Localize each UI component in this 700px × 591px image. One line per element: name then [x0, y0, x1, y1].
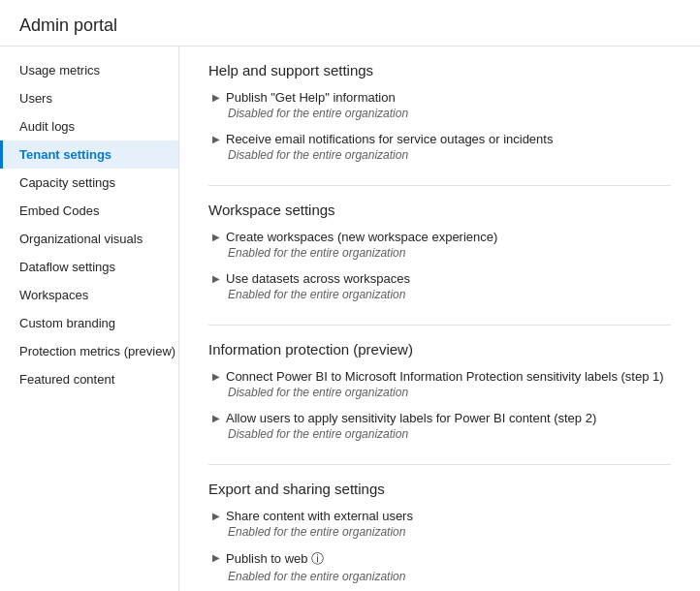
setting-item-share-external: ▶Share content with external usersEnable…: [208, 509, 671, 539]
setting-status-publish-web: Enabled for the entire organization: [228, 570, 671, 583]
section-title-export-sharing: Export and sharing settings: [208, 481, 671, 497]
sidebar: Usage metricsUsersAudit logsTenant setti…: [0, 47, 179, 591]
setting-item-publish-get-help: ▶Publish "Get Help" informationDisabled …: [208, 90, 671, 120]
setting-row-create-workspaces: ▶Create workspaces (new workspace experi…: [212, 230, 671, 244]
sidebar-item-custom-branding[interactable]: Custom branding: [0, 309, 178, 337]
setting-status-create-workspaces: Enabled for the entire organization: [228, 246, 671, 260]
section-info-protection: Information protection (preview)▶Connect…: [208, 341, 671, 441]
setting-name-create-workspaces: Create workspaces (new workspace experie…: [226, 230, 497, 244]
main-content: Help and support settings▶Publish "Get H…: [179, 47, 700, 591]
expand-arrow-publish-web[interactable]: ▶: [212, 552, 220, 563]
section-title-help-support: Help and support settings: [208, 62, 671, 78]
expand-arrow-publish-get-help[interactable]: ▶: [212, 92, 220, 103]
setting-status-publish-get-help: Disabled for the entire organization: [228, 107, 671, 120]
sidebar-item-tenant-settings[interactable]: Tenant settings: [0, 140, 178, 169]
sidebar-item-protection-metrics[interactable]: Protection metrics (preview): [0, 337, 178, 365]
setting-status-use-datasets: Enabled for the entire organization: [228, 288, 671, 301]
sidebar-item-organizational-visuals[interactable]: Organizational visuals: [0, 225, 178, 253]
setting-name-email-notifications: Receive email notifications for service …: [226, 132, 553, 146]
expand-arrow-email-notifications[interactable]: ▶: [212, 134, 220, 144]
sidebar-item-featured-content[interactable]: Featured content: [0, 365, 178, 393]
setting-row-share-external: ▶Share content with external users: [212, 509, 671, 523]
section-title-workspace-settings: Workspace settings: [208, 202, 671, 218]
setting-item-email-notifications: ▶Receive email notifications for service…: [208, 132, 671, 162]
section-title-info-protection: Information protection (preview): [208, 341, 671, 358]
expand-arrow-connect-powerbi[interactable]: ▶: [212, 371, 220, 382]
sidebar-item-workspaces[interactable]: Workspaces: [0, 281, 178, 309]
sidebar-item-dataflow-settings[interactable]: Dataflow settings: [0, 253, 178, 281]
setting-item-use-datasets: ▶Use datasets across workspacesEnabled f…: [208, 271, 671, 301]
setting-row-connect-powerbi: ▶Connect Power BI to Microsoft Informati…: [212, 369, 671, 384]
expand-arrow-allow-sensitivity[interactable]: ▶: [212, 413, 220, 423]
setting-name-allow-sensitivity: Allow users to apply sensitivity labels …: [226, 411, 596, 425]
page-title: Admin portal: [0, 0, 700, 47]
setting-status-email-notifications: Disabled for the entire organization: [228, 148, 671, 162]
setting-name-use-datasets: Use datasets across workspaces: [226, 271, 410, 286]
setting-row-use-datasets: ▶Use datasets across workspaces: [212, 271, 671, 286]
setting-item-allow-sensitivity: ▶Allow users to apply sensitivity labels…: [208, 411, 671, 441]
setting-name-publish-web: Publish to web ⓘ: [226, 550, 324, 568]
expand-arrow-share-external[interactable]: ▶: [212, 511, 220, 521]
sidebar-item-capacity-settings[interactable]: Capacity settings: [0, 169, 178, 197]
expand-arrow-use-datasets[interactable]: ▶: [212, 273, 220, 284]
expand-arrow-create-workspaces[interactable]: ▶: [212, 232, 220, 242]
setting-name-connect-powerbi: Connect Power BI to Microsoft Informatio…: [226, 369, 664, 384]
setting-status-allow-sensitivity: Disabled for the entire organization: [228, 427, 671, 441]
setting-status-connect-powerbi: Disabled for the entire organization: [228, 386, 671, 399]
setting-status-share-external: Enabled for the entire organization: [228, 525, 671, 539]
setting-name-share-external: Share content with external users: [226, 509, 413, 523]
setting-item-create-workspaces: ▶Create workspaces (new workspace experi…: [208, 230, 671, 260]
sidebar-item-users[interactable]: Users: [0, 84, 178, 112]
sidebar-item-embed-codes[interactable]: Embed Codes: [0, 197, 178, 225]
setting-item-publish-web: ▶Publish to web ⓘEnabled for the entire …: [208, 550, 671, 583]
setting-name-publish-get-help: Publish "Get Help" information: [226, 90, 396, 105]
setting-row-publish-get-help: ▶Publish "Get Help" information: [212, 90, 671, 105]
setting-row-allow-sensitivity: ▶Allow users to apply sensitivity labels…: [212, 411, 671, 425]
setting-row-publish-web: ▶Publish to web ⓘ: [212, 550, 671, 568]
section-export-sharing: Export and sharing settings▶Share conten…: [208, 481, 671, 583]
sidebar-item-usage-metrics[interactable]: Usage metrics: [0, 56, 178, 84]
section-help-support: Help and support settings▶Publish "Get H…: [208, 62, 671, 162]
sidebar-item-audit-logs[interactable]: Audit logs: [0, 112, 178, 140]
section-workspace-settings: Workspace settings▶Create workspaces (ne…: [208, 202, 671, 301]
setting-item-connect-powerbi: ▶Connect Power BI to Microsoft Informati…: [208, 369, 671, 399]
setting-row-email-notifications: ▶Receive email notifications for service…: [212, 132, 671, 146]
